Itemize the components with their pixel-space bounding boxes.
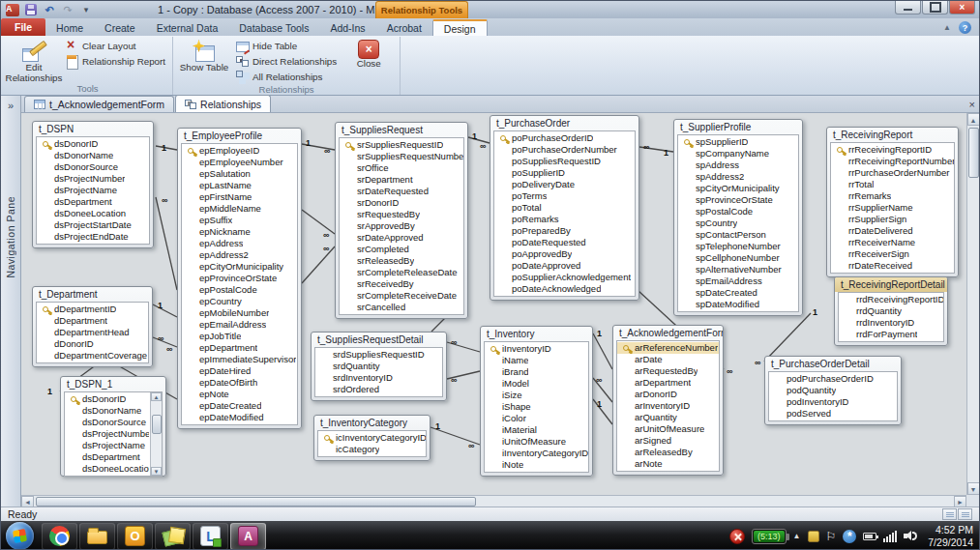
field-row[interactable]: rrTotal — [831, 179, 954, 190]
field-row[interactable]: dsDoneeLocation — [65, 463, 149, 475]
field-row[interactable]: rrDateDelivered — [831, 225, 954, 237]
field-row[interactable]: epLastName — [182, 180, 297, 191]
field-row[interactable]: rrDateReceived — [831, 260, 954, 272]
edit-relationships-button[interactable]: Edit Relationships — [7, 38, 61, 83]
field-row[interactable]: poSupplierID — [494, 167, 635, 179]
table-t_SupplierProfile[interactable]: t_SupplierProfilespSupplierIDspCompanyNa… — [673, 119, 803, 316]
field-row[interactable]: poDateRequested — [494, 237, 635, 248]
table-t_DSPN_1[interactable]: t_DSPN_1dsDonorIDdsDonorNamedsDonorSourc… — [60, 376, 166, 477]
field-row[interactable]: epProvinceOrState — [182, 273, 297, 284]
field-row[interactable]: epNickname — [182, 226, 297, 238]
table-title[interactable]: t_SupplierProfile — [674, 120, 802, 134]
field-row[interactable]: epAddress — [182, 238, 297, 249]
field-row[interactable]: arReleasedBy — [617, 447, 719, 458]
network-signal-icon[interactable] — [883, 531, 897, 542]
field-row[interactable]: spCompanyName — [678, 148, 798, 159]
field-row[interactable]: spAddress — [678, 159, 798, 171]
field-row[interactable]: dsProjectStartDate — [37, 219, 149, 231]
show-hidden-icons-icon[interactable]: ▲ — [793, 532, 801, 540]
vertical-scroll-thumb[interactable] — [968, 128, 979, 178]
document-tab-t-acknowledgementform[interactable]: t_AcknowledgementForm — [24, 96, 174, 112]
field-row[interactable]: epMobileNumber — [182, 307, 297, 319]
qat-dropdown-icon[interactable]: ▾ — [78, 3, 94, 16]
help-button[interactable]: ? — [959, 21, 971, 34]
field-row[interactable]: poSuppliesRequestID — [494, 156, 635, 167]
field-row[interactable]: dDepartment — [37, 315, 148, 327]
table-title[interactable]: t_SuppliesRequest — [336, 123, 467, 137]
field-row[interactable]: iSize — [485, 390, 588, 401]
undo-button[interactable]: ↶ — [42, 3, 57, 16]
field-row[interactable]: srDepartment — [340, 174, 463, 186]
field-row[interactable]: dDonorID — [37, 338, 148, 350]
close-button[interactable]: × Close — [342, 38, 396, 83]
table-title[interactable]: t_AcknowledgementForm — [613, 326, 723, 340]
design-view-button[interactable] — [942, 508, 957, 520]
field-row[interactable]: dsProjectNumber — [37, 173, 149, 185]
ribbon-tab-acrobat[interactable]: Acrobat — [376, 19, 432, 36]
datasheet-view-button[interactable] — [958, 508, 972, 520]
minimize-ribbon-button[interactable]: ▲ — [943, 23, 951, 32]
ribbon-tab-home[interactable]: Home — [45, 19, 94, 36]
table-title[interactable]: t_DSPN_1 — [61, 377, 165, 391]
field-row[interactable]: dsDonorID — [37, 138, 149, 150]
field-row[interactable]: poTotal — [494, 202, 635, 214]
field-row[interactable]: epDateCreated — [182, 400, 297, 412]
field-row[interactable]: poDateApproved — [494, 260, 635, 272]
field-row[interactable]: spDateModified — [678, 299, 798, 310]
field-row[interactable]: epSuffix — [182, 215, 297, 226]
field-row[interactable]: spEmailAddress — [678, 275, 798, 287]
field-row[interactable]: dsProjectName — [65, 440, 149, 451]
field-row[interactable]: podInventoryID — [769, 396, 897, 408]
field-row[interactable]: rrRemarks — [831, 190, 954, 202]
field-row[interactable]: rrSupplierSign — [831, 214, 954, 225]
ribbon-tab-create[interactable]: Create — [94, 19, 146, 36]
field-row[interactable]: icCategory — [318, 444, 426, 455]
field-row[interactable]: srDateApproved — [340, 232, 463, 244]
table-t_SuppliesRequest[interactable]: t_SuppliesRequestsrSuppliesRequestIDsrSu… — [335, 122, 468, 319]
field-row[interactable]: iNote — [485, 459, 588, 471]
table-t_Inventory[interactable]: t_InventoryiInventoryIDiNameiBrandiModel… — [480, 326, 593, 477]
field-row[interactable]: poDateAcknowledged — [494, 283, 635, 295]
field-row[interactable]: rrdReceivingReportID — [839, 294, 943, 305]
ribbon-tab-external-data[interactable]: External Data — [146, 19, 229, 36]
field-row[interactable]: spCellphoneNumber — [678, 252, 798, 264]
clock[interactable]: 4:52 PM 7/29/2014 — [925, 524, 973, 548]
redo-button[interactable]: ↷ — [60, 3, 75, 16]
field-row[interactable]: rrReceiverName — [831, 237, 954, 248]
navigation-pane-collapsed[interactable]: » Navigation Pane — [1, 96, 21, 507]
field-row[interactable]: rrReceivingReportID — [831, 144, 954, 156]
field-row[interactable]: epDateModified — [182, 412, 297, 423]
scroll-up-icon[interactable]: ▲ — [967, 113, 980, 126]
field-row[interactable]: dsDonorSource — [37, 161, 149, 173]
field-row[interactable]: spProvinceOrState — [678, 194, 798, 206]
field-row[interactable]: dsProjectNumber — [65, 428, 149, 440]
field-row[interactable]: spAddress2 — [678, 171, 798, 183]
field-row[interactable]: rrReceiverSign — [831, 248, 954, 260]
ribbon-tab-file[interactable]: File — [1, 18, 45, 36]
table-t_ReceivingReport[interactable]: t_ReceivingReportrrReceivingReportIDrrRe… — [826, 127, 959, 277]
save-button[interactable] — [23, 3, 39, 16]
scroll-right-icon[interactable]: ► — [954, 496, 966, 507]
field-row[interactable]: spTelephoneNumber — [678, 241, 798, 252]
table-t_DSPN[interactable]: t_DSPNdsDonorIDdsDonorNamedsDonorSourced… — [32, 121, 154, 248]
table-t_InventoryCategory[interactable]: t_InventoryCategoryicInventoryCategoryID… — [313, 415, 431, 461]
field-row[interactable]: srdSuppliesRequestID — [315, 349, 442, 361]
field-row[interactable]: arUnitOfMeasure — [617, 423, 719, 435]
table-t_SuppliesRequestDetail[interactable]: t_SuppliesRequestDetailsrdSuppliesReques… — [311, 332, 447, 401]
field-row[interactable]: dsDepartment — [37, 196, 149, 208]
battery-meter-widget[interactable]: (5:13) — [752, 529, 787, 544]
relationship-report-button[interactable]: Relationship Report — [63, 54, 168, 69]
field-row[interactable]: srCompleteReceiveDate — [340, 290, 463, 302]
field-row[interactable]: iColor — [485, 413, 588, 424]
field-row[interactable]: srApprovedBy — [340, 220, 463, 232]
relationships-canvas[interactable]: 1∞1∞∞11∞∞∞1∞∞∞1∞∞11∞1∞∞11∞ t_DSPNdsDonor… — [21, 113, 968, 495]
field-row[interactable]: arSigned — [617, 435, 719, 447]
field-row[interactable]: epImmediateSupervisor — [182, 354, 297, 365]
field-row[interactable]: dsDonorName — [37, 150, 149, 161]
field-row[interactable]: poPurchaseOrderID — [494, 132, 635, 144]
field-row[interactable]: dsProjectName — [37, 185, 149, 196]
field-row[interactable]: icInventoryCategoryID — [318, 432, 426, 444]
field-row[interactable]: podPurchaseOrderID — [769, 373, 897, 385]
document-tab-relationships[interactable]: Relationships — [175, 95, 271, 112]
field-row[interactable]: dsDoneeLocation — [37, 208, 149, 219]
